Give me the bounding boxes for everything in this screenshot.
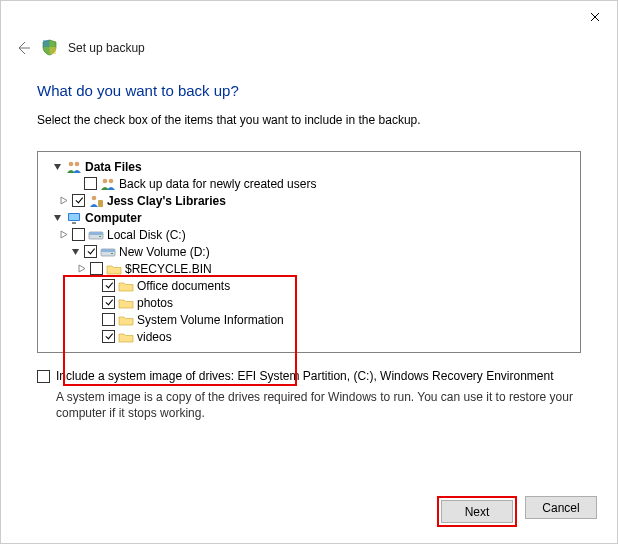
titlebar [1, 1, 617, 33]
instruction-text: Select the check box of the items that y… [37, 113, 581, 127]
svg-rect-10 [72, 222, 76, 224]
svg-point-2 [69, 161, 74, 166]
people-icon [66, 160, 82, 174]
next-button[interactable]: Next [441, 500, 513, 523]
folder-icon [118, 296, 134, 310]
tree-label: photos [137, 296, 173, 310]
svg-point-5 [109, 178, 114, 183]
expander-icon[interactable] [51, 212, 63, 224]
tree-label: Data Files [85, 160, 142, 174]
checkbox[interactable] [102, 313, 115, 326]
back-button[interactable] [15, 40, 31, 56]
svg-rect-7 [98, 200, 103, 207]
tree-node-computer[interactable]: Computer [42, 209, 576, 226]
svg-point-4 [103, 178, 108, 183]
checkbox[interactable] [72, 194, 85, 207]
tree-label: Jess Clay's Libraries [107, 194, 226, 208]
checkbox[interactable] [84, 177, 97, 190]
drive-icon [100, 245, 116, 259]
expander-icon[interactable] [57, 229, 69, 241]
cancel-button[interactable]: Cancel [525, 496, 597, 519]
tree-label: Computer [85, 211, 142, 225]
person-icon [88, 194, 104, 208]
tree-label: Office documents [137, 279, 230, 293]
tree-label: System Volume Information [137, 313, 284, 327]
checkbox[interactable] [72, 228, 85, 241]
folder-icon [118, 313, 134, 327]
shield-icon [41, 39, 58, 56]
people-icon [100, 177, 116, 191]
tree-node-svi[interactable]: System Volume Information [42, 311, 576, 328]
svg-rect-1 [50, 47, 57, 54]
folder-icon [118, 279, 134, 293]
close-icon [590, 12, 600, 22]
drive-icon [88, 228, 104, 242]
checkbox[interactable] [102, 279, 115, 292]
checkbox[interactable] [37, 370, 50, 383]
tree-node-photos[interactable]: photos [42, 294, 576, 311]
expander-icon[interactable] [69, 246, 81, 258]
footer-buttons: Next Cancel [437, 496, 597, 527]
svg-rect-15 [101, 249, 115, 252]
svg-rect-16 [111, 253, 113, 254]
back-arrow-icon [15, 40, 31, 56]
checkbox[interactable] [102, 296, 115, 309]
tree-node-user-libraries[interactable]: Jess Clay's Libraries [42, 192, 576, 209]
tree-node-local-disk[interactable]: Local Disk (C:) [42, 226, 576, 243]
svg-rect-9 [69, 214, 79, 220]
expander-icon[interactable] [57, 195, 69, 207]
checkbox[interactable] [90, 262, 103, 275]
tree-label: Back up data for newly created users [119, 177, 316, 191]
tree-label: New Volume (D:) [119, 245, 210, 259]
svg-rect-12 [89, 232, 103, 235]
checkbox[interactable] [84, 245, 97, 258]
tree-node-backup-new-users[interactable]: Back up data for newly created users [42, 175, 576, 192]
header: Set up backup [1, 33, 617, 66]
tree-node-recycle-bin[interactable]: $RECYCLE.BIN [42, 260, 576, 277]
computer-icon [66, 211, 82, 225]
tree-label: videos [137, 330, 172, 344]
page-heading: What do you want to back up? [37, 82, 581, 99]
svg-rect-0 [43, 40, 50, 47]
tree-node-data-files[interactable]: Data Files [42, 158, 576, 175]
svg-point-6 [92, 195, 97, 200]
expander-icon[interactable] [51, 161, 63, 173]
tree-label: Local Disk (C:) [107, 228, 186, 242]
system-image-option[interactable]: Include a system image of drives: EFI Sy… [37, 369, 581, 383]
tree-label: $RECYCLE.BIN [125, 262, 212, 276]
system-image-note: A system image is a copy of the drives r… [56, 389, 576, 421]
svg-point-3 [75, 161, 80, 166]
tree-node-office-documents[interactable]: Office documents [42, 277, 576, 294]
svg-rect-13 [99, 236, 101, 237]
next-button-highlight: Next [437, 496, 517, 527]
tree-node-new-volume[interactable]: New Volume (D:) [42, 243, 576, 260]
close-button[interactable] [572, 2, 617, 32]
folder-icon [118, 330, 134, 344]
folder-icon [106, 262, 122, 276]
backup-tree: Data Files Back up data for ne [37, 151, 581, 353]
window-title: Set up backup [68, 41, 145, 55]
system-image-label: Include a system image of drives: EFI Sy… [56, 369, 554, 383]
content-area: What do you want to back up? Select the … [1, 66, 617, 421]
cancel-button-wrap: Cancel [525, 496, 597, 527]
tree-node-videos[interactable]: videos [42, 328, 576, 345]
checkbox[interactable] [102, 330, 115, 343]
expander-icon[interactable] [75, 263, 87, 275]
